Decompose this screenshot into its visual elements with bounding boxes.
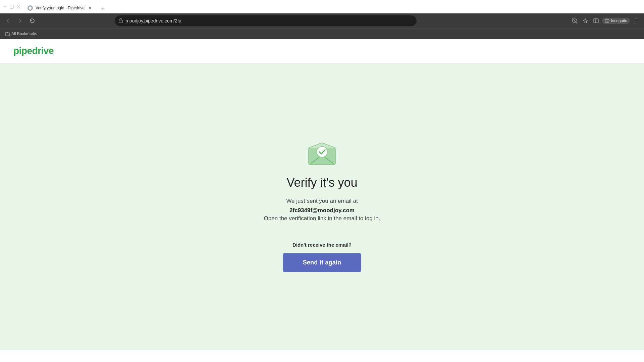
bookmarks-folder-label: All Bookmarks <box>11 32 37 36</box>
close-button[interactable] <box>16 4 21 9</box>
window-controls <box>3 4 21 9</box>
tab-title: Verify your login - Pipedrive <box>36 6 85 10</box>
bookmarks-folder[interactable]: All Bookmarks <box>3 31 39 37</box>
svg-rect-0 <box>10 5 13 8</box>
subtitle-line1: We just sent you an email at <box>286 196 358 205</box>
svg-rect-2 <box>594 19 598 23</box>
bookmarks-bar: All Bookmarks <box>0 28 644 39</box>
active-tab[interactable]: Verify your login - Pipedrive ✕ <box>23 3 97 13</box>
forward-button[interactable] <box>15 16 25 25</box>
svg-point-5 <box>607 21 608 22</box>
minimize-button[interactable] <box>3 4 7 9</box>
page-content: pipedrive Verify it's you We just sent y… <box>0 39 644 350</box>
svg-point-10 <box>317 146 327 157</box>
instruction-text: Open the verification link in the email … <box>264 215 380 222</box>
security-icon <box>119 18 123 24</box>
didnt-receive-text: Didn't receive the email? <box>292 242 352 248</box>
title-bar: Verify your login - Pipedrive ✕ + <box>0 0 644 13</box>
menu-button[interactable]: ⋮ <box>631 16 641 25</box>
browser-actions: Incognito ⋮ <box>570 16 641 25</box>
email-address: 2fc9349f@moodjoy.com <box>289 207 355 214</box>
incognito-label: Incognito <box>611 18 627 23</box>
address-bar-row: moodjoy.pipedrive.com/2fa Incognito ⋮ <box>0 13 644 28</box>
site-header: pipedrive <box>0 39 644 63</box>
page-heading: Verify it's you <box>287 176 358 190</box>
incognito-badge: Incognito <box>602 18 630 24</box>
address-bar[interactable]: moodjoy.pipedrive.com/2fa <box>115 15 417 26</box>
back-button[interactable] <box>3 16 13 25</box>
tab-close-button[interactable]: ✕ <box>87 5 93 11</box>
svg-rect-6 <box>6 33 10 36</box>
bookmark-star-icon[interactable] <box>581 16 590 25</box>
svg-rect-1 <box>119 20 122 23</box>
loading-spinner <box>28 6 32 10</box>
email-verified-icon <box>307 141 337 166</box>
pipedrive-logo: pipedrive <box>13 46 631 56</box>
browser-chrome: Verify your login - Pipedrive ✕ + moodjo… <box>0 0 644 39</box>
tab-favicon <box>28 5 33 11</box>
reload-button[interactable] <box>28 16 37 25</box>
eye-off-icon[interactable] <box>570 16 579 25</box>
new-tab-button[interactable]: + <box>98 4 107 13</box>
sidebar-icon[interactable] <box>591 16 601 25</box>
main-area: Verify it's you We just sent you an emai… <box>0 63 644 350</box>
maximize-button[interactable] <box>9 4 14 9</box>
address-text: moodjoy.pipedrive.com/2fa <box>125 18 413 23</box>
send-again-button[interactable]: Send it again <box>283 253 362 272</box>
